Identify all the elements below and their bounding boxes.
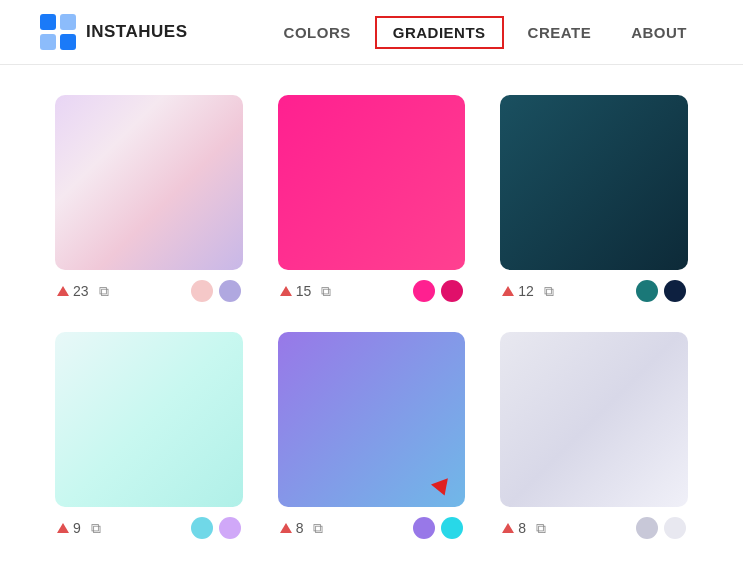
- card-footer: 8⧉: [278, 517, 466, 539]
- external-link-icon[interactable]: ⧉: [536, 520, 546, 537]
- gradient-card: 23⧉: [55, 95, 243, 302]
- nav: COLORS GRADIENTS CREATE ABOUT: [268, 16, 703, 49]
- card-footer: 9⧉: [55, 517, 243, 539]
- external-link-icon[interactable]: ⧉: [321, 283, 331, 300]
- nav-gradients[interactable]: GRADIENTS: [375, 16, 504, 49]
- card-footer: 23⧉: [55, 280, 243, 302]
- upvote-icon: [502, 286, 514, 296]
- upvote-button[interactable]: 23: [57, 283, 89, 299]
- upvote-count: 12: [518, 283, 534, 299]
- gradient-card: 9⧉: [55, 332, 243, 539]
- grid-wrapper: 23⧉15⧉12⧉9⧉8⧉8⧉: [55, 95, 688, 539]
- card-footer: 12⧉: [500, 280, 688, 302]
- upvote-button[interactable]: 8: [280, 520, 304, 536]
- color-dot[interactable]: [191, 517, 213, 539]
- color-dot[interactable]: [191, 280, 213, 302]
- upvote-count: 15: [296, 283, 312, 299]
- color-dot[interactable]: [664, 517, 686, 539]
- gradient-preview[interactable]: [500, 95, 688, 270]
- logo-icon: [40, 14, 76, 50]
- card-footer: 15⧉: [278, 280, 466, 302]
- color-dot[interactable]: [219, 517, 241, 539]
- gradient-card: 8⧉: [278, 332, 466, 539]
- external-link-icon[interactable]: ⧉: [99, 283, 109, 300]
- upvote-icon: [280, 286, 292, 296]
- gradient-grid: 23⧉15⧉12⧉9⧉8⧉8⧉: [55, 95, 688, 539]
- color-swatches: [636, 517, 686, 539]
- upvote-button[interactable]: 8: [502, 520, 526, 536]
- color-dot[interactable]: [413, 517, 435, 539]
- gradient-preview[interactable]: [278, 332, 466, 507]
- svg-rect-2: [40, 34, 56, 50]
- upvote-icon: [502, 523, 514, 533]
- upvote-icon: [57, 286, 69, 296]
- color-dot[interactable]: [219, 280, 241, 302]
- gradient-preview[interactable]: [55, 95, 243, 270]
- logo[interactable]: INSTAHUES: [40, 14, 187, 50]
- external-link-icon[interactable]: ⧉: [91, 520, 101, 537]
- gradient-card: 15⧉: [278, 95, 466, 302]
- color-dot[interactable]: [413, 280, 435, 302]
- upvote-count: 9: [73, 520, 81, 536]
- main-content: 23⧉15⧉12⧉9⧉8⧉8⧉: [0, 65, 743, 569]
- upvote-button[interactable]: 9: [57, 520, 81, 536]
- external-link-icon[interactable]: ⧉: [313, 520, 323, 537]
- svg-rect-3: [60, 34, 76, 50]
- upvote-count: 23: [73, 283, 89, 299]
- nav-colors[interactable]: COLORS: [268, 18, 367, 47]
- upvote-icon: [57, 523, 69, 533]
- color-swatches: [413, 517, 463, 539]
- color-dot[interactable]: [636, 280, 658, 302]
- gradient-preview[interactable]: [500, 332, 688, 507]
- external-link-icon[interactable]: ⧉: [544, 283, 554, 300]
- color-swatches: [191, 280, 241, 302]
- upvote-icon: [280, 523, 292, 533]
- header: INSTAHUES COLORS GRADIENTS CREATE ABOUT: [0, 0, 743, 65]
- card-footer: 8⧉: [500, 517, 688, 539]
- logo-text: INSTAHUES: [86, 22, 187, 42]
- upvote-count: 8: [296, 520, 304, 536]
- upvote-count: 8: [518, 520, 526, 536]
- nav-create[interactable]: CREATE: [512, 18, 608, 47]
- upvote-button[interactable]: 15: [280, 283, 312, 299]
- color-dot[interactable]: [636, 517, 658, 539]
- svg-rect-1: [60, 14, 76, 30]
- gradient-card: 12⧉: [500, 95, 688, 302]
- color-dot[interactable]: [664, 280, 686, 302]
- nav-about[interactable]: ABOUT: [615, 18, 703, 47]
- gradient-preview[interactable]: [278, 95, 466, 270]
- svg-rect-0: [40, 14, 56, 30]
- color-dot[interactable]: [441, 517, 463, 539]
- color-swatches: [191, 517, 241, 539]
- gradient-card: 8⧉: [500, 332, 688, 539]
- gradient-preview[interactable]: [55, 332, 243, 507]
- color-swatches: [413, 280, 463, 302]
- color-swatches: [636, 280, 686, 302]
- color-dot[interactable]: [441, 280, 463, 302]
- upvote-button[interactable]: 12: [502, 283, 534, 299]
